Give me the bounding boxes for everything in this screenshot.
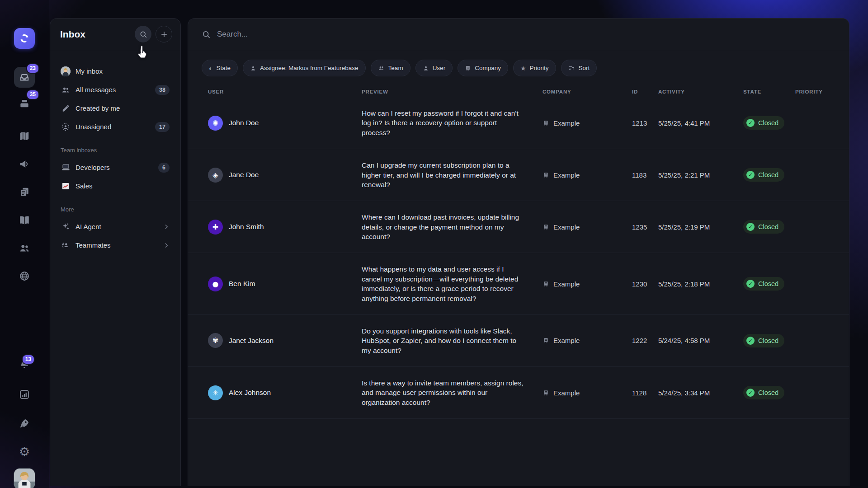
- table-row[interactable]: ◈Jane Doe Can I upgrade my current subsc…: [188, 149, 849, 201]
- table-row[interactable]: ✺John Doe How can I reset my password if…: [188, 97, 849, 149]
- user-avatar: ✺: [208, 116, 223, 131]
- sidebar: Inbox My inbox All messages 38: [50, 18, 181, 486]
- state-label: Closed: [758, 389, 778, 396]
- avatar-glyph-icon: ✺: [212, 119, 218, 127]
- company-name: Example: [553, 171, 580, 179]
- ticket-id: 1230: [632, 280, 658, 288]
- person-icon: [423, 65, 429, 71]
- chip-label: Priority: [529, 65, 548, 71]
- search-input[interactable]: [217, 30, 835, 39]
- avatar-glyph-icon: ✳: [212, 389, 218, 397]
- filter-chip-state[interactable]: ◐ State: [202, 60, 238, 76]
- table-row[interactable]: ✾Janet Jackson Do you support integratio…: [188, 315, 849, 367]
- building-icon: [542, 224, 549, 230]
- rail-archive-button[interactable]: 35: [14, 93, 35, 114]
- table-row[interactable]: ●Ben Kim What happens to my data and use…: [188, 253, 849, 315]
- chip-label: Company: [475, 65, 501, 71]
- check-icon: ✓: [746, 223, 755, 231]
- sidebar-item-developers[interactable]: Developers 6: [57, 158, 174, 177]
- message-preview: Is there a way to invite team members, a…: [362, 378, 542, 407]
- filter-chip-sort[interactable]: Sort: [561, 60, 597, 76]
- check-icon: ✓: [746, 280, 755, 288]
- check-icon: ✓: [746, 389, 755, 397]
- rail-settings-button[interactable]: ⚙: [19, 446, 30, 458]
- check-icon: ✓: [746, 171, 755, 179]
- rail-announcements-button[interactable]: [19, 158, 30, 170]
- sidebar-item-teammates[interactable]: Teammates: [57, 236, 174, 254]
- building-icon: [542, 337, 549, 344]
- filter-bar: ◐ State Assignee: Markus from Featurebas…: [188, 50, 849, 80]
- sidebar-header: Inbox: [50, 19, 180, 50]
- gear-icon: ⚙: [19, 446, 30, 458]
- sidebar-item-label: AI Agent: [75, 223, 163, 230]
- column-header-state: STATE: [743, 89, 795, 94]
- rail-help-center-button[interactable]: [19, 214, 30, 226]
- sidebar-item-unassigned[interactable]: Unassigned 17: [57, 117, 174, 136]
- state-label: Closed: [758, 171, 778, 178]
- sidebar-item-all-messages[interactable]: All messages 38: [57, 80, 174, 99]
- rail-roadmap-button[interactable]: [19, 130, 30, 142]
- column-header-id: ID: [632, 89, 658, 94]
- table-row[interactable]: ✳Alex Johnson Is there a way to invite t…: [188, 367, 849, 419]
- app-logo[interactable]: [14, 28, 35, 49]
- avatar-glyph-icon: ✾: [212, 336, 218, 345]
- rail-getting-started-button[interactable]: [19, 418, 30, 429]
- state-badge: ✓Closed: [743, 334, 784, 347]
- sidebar-item-label: My inbox: [75, 67, 170, 75]
- building-icon: [542, 389, 549, 396]
- activity-timestamp: 5/25/25, 2:18 PM: [658, 280, 743, 288]
- ticket-id: 1222: [632, 337, 658, 344]
- activity-timestamp: 5/25/25, 2:21 PM: [658, 171, 743, 179]
- sidebar-item-label: Sales: [75, 182, 170, 190]
- user-avatar: ✳: [208, 385, 223, 400]
- company-name: Example: [553, 389, 580, 397]
- sidebar-item-label: Teammates: [75, 241, 163, 249]
- rail-analytics-button[interactable]: [19, 389, 30, 400]
- sidebar-item-label: Unassigned: [75, 123, 155, 131]
- chip-label: User: [433, 65, 446, 71]
- inbox-count-badge: 23: [26, 63, 39, 74]
- filter-chip-priority[interactable]: ★ Priority: [513, 60, 556, 76]
- rail-notifications-button[interactable]: 13: [19, 358, 30, 370]
- ticket-id: 1213: [632, 119, 658, 127]
- plus-icon: [160, 30, 168, 38]
- notifications-count-badge: 13: [22, 354, 35, 365]
- rail-inbox-button[interactable]: 23: [14, 67, 35, 88]
- rail-changelog-button[interactable]: [19, 186, 30, 198]
- company-name: Example: [553, 119, 580, 127]
- state-label: Closed: [758, 280, 778, 287]
- sidebar-item-my-inbox[interactable]: My inbox: [57, 62, 174, 80]
- rail-users-button[interactable]: [19, 242, 30, 254]
- documents-icon: [19, 186, 30, 198]
- table-row[interactable]: ✚John Smith Where can I download past in…: [188, 201, 849, 253]
- laptop-icon: [61, 163, 71, 173]
- filter-chip-company[interactable]: Company: [458, 60, 508, 76]
- message-preview: What happens to my data and user access …: [362, 264, 542, 303]
- globe-icon: [19, 270, 30, 282]
- filter-chip-team[interactable]: Team: [371, 60, 410, 76]
- sidebar-section-team-inboxes: Team inboxes: [57, 136, 174, 158]
- rocket-icon: [19, 418, 30, 429]
- rail-portal-button[interactable]: [19, 270, 30, 282]
- pencil-icon: [61, 103, 71, 113]
- sidebar-item-label: Developers: [75, 164, 158, 171]
- book-icon: [19, 214, 30, 226]
- state-badge: ✓Closed: [743, 116, 784, 130]
- sidebar-item-label: Created by me: [75, 104, 170, 112]
- logo-swirl-icon: [19, 33, 30, 44]
- activity-timestamp: 5/25/25, 2:19 PM: [658, 223, 743, 231]
- building-icon: [465, 65, 471, 71]
- sidebar-item-ai-agent[interactable]: AI Agent: [57, 217, 174, 236]
- profile-avatar[interactable]: [14, 468, 35, 488]
- icon-rail: 23 35: [0, 0, 49, 488]
- avatar-photo: [14, 468, 35, 488]
- sidebar-search-button[interactable]: [135, 26, 151, 42]
- filter-chip-user[interactable]: User: [415, 60, 453, 76]
- unassigned-user-icon: [61, 122, 71, 132]
- sidebar-item-created-by-me[interactable]: Created by me: [57, 99, 174, 117]
- sidebar-item-label: All messages: [75, 86, 155, 94]
- sidebar-item-sales[interactable]: Sales: [57, 177, 174, 195]
- new-conversation-button[interactable]: [156, 26, 172, 42]
- ticket-id: 1128: [632, 389, 658, 397]
- filter-chip-assignee[interactable]: Assignee: Markus from Featurebase: [243, 60, 366, 76]
